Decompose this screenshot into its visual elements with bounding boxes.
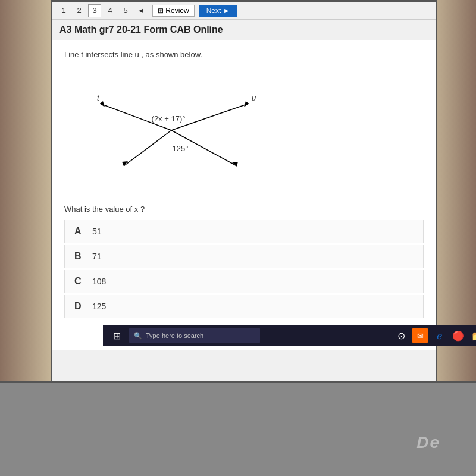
- nav-num-2[interactable]: 2: [73, 4, 86, 17]
- question-instruction: Line t intersects line u , as shown belo…: [64, 50, 424, 64]
- choice-b-value: 71: [92, 252, 102, 261]
- taskbar-icons: ⊙ ✉ ℯ 🔴 📁: [393, 328, 476, 343]
- angle1-label: (2x + 17)°: [152, 114, 186, 123]
- nav-num-1[interactable]: 1: [57, 4, 70, 17]
- what-is-x-text: What is the value of x ?: [64, 205, 424, 214]
- choice-a[interactable]: A 51: [64, 220, 424, 243]
- search-placeholder: Type here to search: [146, 332, 203, 339]
- laptop-screen: 1 2 3 4 5 ◄ ⊞ Review Next ► A3 Math gr7 …: [51, 0, 437, 405]
- intersecting-lines-diagram: t u (2x + 17)° 125°: [64, 74, 290, 187]
- answer-choices: A 51 B 71 C 108 D 125: [64, 220, 424, 318]
- angle2-label: 125°: [173, 144, 189, 153]
- left-bezel: [0, 0, 54, 405]
- choice-b-letter: B: [74, 251, 92, 262]
- choice-d-value: 125: [92, 302, 106, 311]
- nav-num-4[interactable]: 4: [104, 4, 117, 17]
- bottom-bezel: De: [0, 381, 476, 476]
- chrome-icon[interactable]: 🔴: [450, 328, 466, 343]
- choice-c-letter: C: [74, 276, 92, 287]
- content-area: Line t intersects line u , as shown belo…: [52, 40, 436, 350]
- choice-d[interactable]: D 125: [64, 295, 424, 318]
- dell-logo: De: [416, 433, 440, 452]
- cortana-icon[interactable]: ⊙: [393, 328, 409, 343]
- edge-icon[interactable]: ℯ: [431, 328, 447, 343]
- svg-line-2: [124, 130, 171, 166]
- choice-c[interactable]: C 108: [64, 270, 424, 293]
- choice-a-letter: A: [74, 226, 92, 237]
- review-button[interactable]: ⊞ Review: [152, 5, 195, 17]
- email-icon[interactable]: ✉: [412, 328, 428, 343]
- nav-num-3[interactable]: 3: [88, 4, 101, 17]
- choice-c-value: 108: [92, 277, 106, 286]
- choice-b[interactable]: B 71: [64, 245, 424, 268]
- nav-num-5[interactable]: 5: [119, 4, 132, 17]
- diagram-area: t u (2x + 17)° 125°: [64, 74, 424, 193]
- explorer-icon[interactable]: 📁: [469, 328, 476, 343]
- next-button[interactable]: Next ►: [199, 5, 237, 17]
- nav-back-arrow[interactable]: ◄: [134, 4, 148, 17]
- page-title: A3 Math gr7 20-21 Form CAB Online: [52, 20, 436, 40]
- search-icon: 🔍: [134, 332, 142, 340]
- line-u-label: u: [252, 93, 256, 102]
- windows-button[interactable]: ⊞: [108, 327, 126, 344]
- top-navigation: 1 2 3 4 5 ◄ ⊞ Review Next ►: [52, 2, 436, 20]
- choice-d-letter: D: [74, 301, 92, 312]
- choice-a-value: 51: [92, 227, 102, 236]
- line-t-label: t: [97, 93, 100, 102]
- taskbar: ⊞ 🔍 Type here to search ⊙ ✉ ℯ 🔴 📁: [103, 325, 476, 346]
- search-bar[interactable]: 🔍 Type here to search: [129, 328, 260, 343]
